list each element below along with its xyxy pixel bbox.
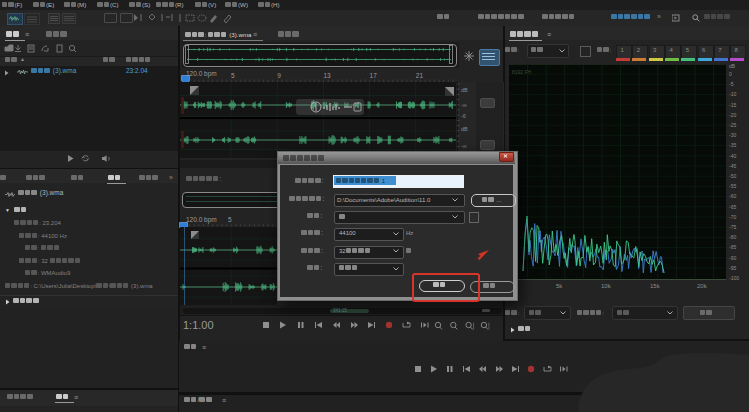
svg-text:21: 21: [416, 72, 424, 79]
svg-text:17: 17: [370, 72, 378, 79]
svg-text:5: 5: [231, 72, 235, 79]
svg-text:9: 9: [277, 72, 281, 79]
svg-text:13: 13: [323, 72, 331, 79]
